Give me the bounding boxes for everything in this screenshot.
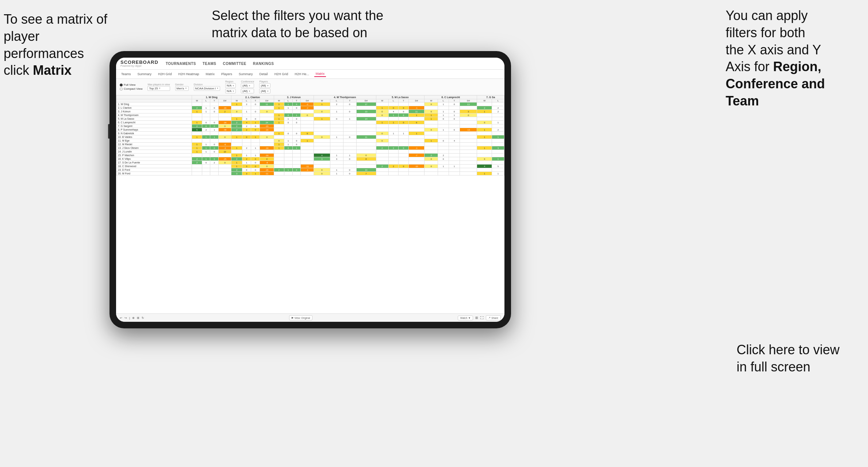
matrix-cell [449, 143, 460, 146]
matrix-cell: 1 [330, 172, 343, 175]
players-select[interactable]: (All) ▼ [259, 83, 270, 88]
matrix-cell: 1 [425, 117, 438, 121]
footer-icon2[interactable]: ⊞ [137, 316, 139, 320]
footer-icon-expand[interactable]: ⛶ [480, 316, 484, 320]
matrix-cell [301, 157, 314, 161]
players-select2[interactable]: (All) ▼ [259, 89, 270, 93]
matrix-cell: 2 [231, 124, 242, 128]
matrix-cell: -10 [408, 165, 425, 168]
watch-label: Watch [460, 317, 468, 319]
table-row: 10. B Valdes111010100101111 [116, 135, 504, 139]
app-header: SCOREBOARD Powered by clippd TOURNAMENTS… [116, 58, 504, 70]
matrix-cell: 0 [356, 154, 376, 157]
gender-select[interactable]: Men's ▼ [175, 86, 189, 91]
matrix-cell [408, 103, 425, 106]
sh-6-l: L [438, 99, 449, 103]
footer-icon-grid[interactable]: ⊞ [475, 316, 478, 320]
player-name-cell: 2. L Clanton [116, 106, 192, 110]
table-row: 17. S De La Fuente2020110-8 [116, 161, 504, 165]
subnav-h2h-he[interactable]: H2H He... [293, 72, 311, 77]
sh-6-dif: Dif [460, 99, 477, 103]
conference-select[interactable]: (All) ▼ [241, 83, 254, 88]
nav-teams[interactable]: TEAMS [203, 62, 216, 66]
matrix-cell [314, 161, 330, 165]
full-view-radio[interactable]: Full View [120, 83, 142, 86]
sh-2-t: T [251, 99, 260, 103]
nav-rankings[interactable]: RANKINGS [253, 62, 274, 66]
region-select2[interactable]: N/A ▼ [225, 89, 236, 93]
matrix-cell: 0 [330, 117, 343, 121]
matrix-cell: 4 [314, 154, 330, 157]
matrix-cell [343, 128, 356, 132]
matrix-cell [260, 150, 274, 154]
table-row: 2. L Clanton210-16110-2100-122 [116, 106, 504, 110]
table-row: 3. J Koivun110201000101304011010312 [116, 110, 504, 113]
matrix-cell [284, 150, 292, 154]
division-select[interactable]: NCAA Division I ▼ [194, 86, 220, 91]
matrix-cell: 2 [242, 146, 251, 150]
player-name-cell: 11. M Ege [116, 139, 192, 143]
subnav-h2h-grid[interactable]: H2H Grid [157, 72, 173, 77]
subnav-teams[interactable]: Teams [120, 72, 132, 77]
subnav-h2h-grid2[interactable]: H2H Grid [273, 72, 290, 77]
matrix-cell [408, 143, 425, 146]
matrix-cell: 1 [408, 113, 425, 117]
matrix-cell [399, 135, 409, 139]
matrix-cell [477, 150, 492, 154]
matrix-cell: 2 [242, 103, 251, 106]
matrix-cell: 2 [492, 110, 504, 113]
view-original-button[interactable]: ▶ View: Original [289, 315, 312, 320]
share-button[interactable]: ↗ Share [486, 315, 501, 320]
matrix-cell: 8 [356, 157, 376, 161]
compact-view-radio[interactable]: Compact View [120, 87, 142, 90]
matrix-cell: 1 [210, 135, 218, 139]
matrix-cell [330, 128, 343, 132]
matrix-cell [477, 154, 492, 157]
matrix-cell: 1 [425, 113, 438, 117]
matrix-cell [425, 150, 438, 154]
matrix-cell: 1 [284, 106, 292, 110]
matrix-cell [460, 172, 477, 175]
matrix-cell [449, 157, 460, 161]
matrix-cell: 1 [399, 132, 409, 135]
nav-committee[interactable]: COMMITTEE [223, 62, 247, 66]
matrix-cell: 1 [492, 135, 504, 139]
footer-icon3[interactable]: ↻ [142, 316, 144, 320]
matrix-cell: 2 [477, 106, 492, 110]
footer-undo[interactable]: ↩ [120, 316, 122, 320]
matrix-cell [460, 135, 477, 139]
matrix-cell: 1 [330, 110, 343, 113]
nav-tournaments[interactable]: TOURNAMENTS [166, 62, 196, 66]
matrix-cell [425, 146, 438, 150]
subnav-h2h-heatmap[interactable]: H2H Heatmap [177, 72, 201, 77]
matrix-cell [425, 106, 438, 110]
region-select[interactable]: N/A ▼ [225, 83, 236, 88]
max-players-select[interactable]: Top 25 ▼ [147, 86, 170, 91]
table-row: 5. M La Sasso10011010114100 [116, 117, 504, 121]
matrix-cell [284, 157, 292, 161]
footer-icon1[interactable]: ⊕ [132, 316, 135, 320]
sub-nav: Teams Summary H2H Grid H2H Heatmap Matri… [116, 70, 504, 79]
subnav-players[interactable]: Players [220, 72, 234, 77]
watch-button[interactable]: Watch ▼ [458, 316, 473, 320]
subnav-detail[interactable]: Detail [258, 72, 269, 77]
matrix-cell: 14 [356, 117, 376, 121]
subnav-summary[interactable]: Summary [136, 72, 153, 77]
subnav-matrix[interactable]: Matrix [204, 72, 216, 77]
matrix-cell [251, 150, 260, 154]
matrix-cell [399, 161, 409, 165]
matrix-cell [438, 150, 449, 154]
conference-select2[interactable]: (All) ▼ [241, 89, 254, 93]
matrix-cell [330, 139, 343, 143]
footer-redo[interactable]: ↪ [124, 316, 127, 320]
subnav-summary2[interactable]: Summary [237, 72, 254, 77]
matrix-cell [376, 135, 388, 139]
matrix-cell [356, 150, 376, 154]
tablet-device: SCOREBOARD Powered by clippd TOURNAMENTS… [110, 51, 511, 328]
matrix-cell [202, 103, 210, 106]
matrix-cell [192, 117, 202, 121]
matrix-cell: 0 [210, 146, 218, 150]
subnav-matrix-active[interactable]: Matrix [314, 71, 326, 77]
matrix-container[interactable]: 1. W Ding 2. L Clanton 3. J Koivun 4. M … [116, 95, 504, 313]
matrix-cell [343, 124, 356, 128]
